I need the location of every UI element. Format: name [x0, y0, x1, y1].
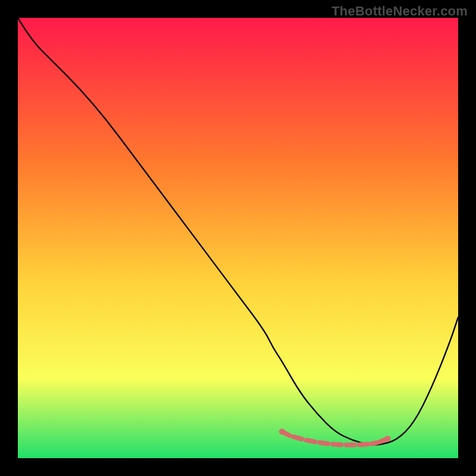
watermark-text: TheBottleNecker.com — [331, 4, 468, 19]
chart-svg — [18, 18, 458, 458]
highlight-dash — [293, 437, 302, 439]
highlight-endpoint — [385, 436, 391, 441]
highlight-dash — [333, 444, 341, 445]
highlight-dash — [320, 443, 328, 444]
chart-frame: TheBottleNecker.com — [0, 0, 476, 476]
highlight-dash — [306, 440, 315, 442]
highlight-dash — [372, 443, 377, 444]
plot-area — [18, 18, 458, 458]
highlight-endpoint — [279, 429, 285, 435]
highlight-dash — [359, 444, 368, 445]
gradient-background — [18, 18, 458, 458]
